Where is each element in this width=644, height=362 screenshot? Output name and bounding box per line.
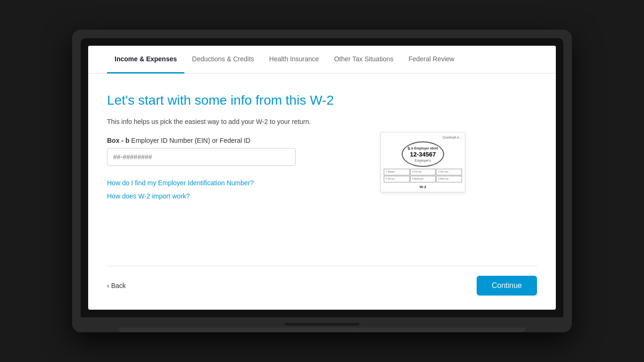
w2-cell-6: 6 Med tax (436, 176, 462, 182)
w2-footer-label: W-2 (384, 185, 462, 189)
w2-grid: 1 Wages 2 Fed tax 3 Soc sec (384, 169, 462, 182)
w2-box-b-label: b b Employer ident (408, 146, 438, 151)
field-label: Box - b Employer ID Number (EIN) or Fede… (107, 137, 352, 144)
import-help-link[interactable]: How does W-2 import work? (107, 192, 352, 200)
tab-income[interactable]: Income & Expenses (107, 46, 184, 74)
ein-help-link[interactable]: How do I find my Employer Identification… (107, 179, 352, 187)
tab-other[interactable]: Other Tax Situations (327, 46, 401, 74)
laptop-outer: Income & Expenses Deductions & Credits H… (72, 30, 572, 332)
w2-card: Controll n... b b Employer ident 12-3456… (380, 132, 465, 192)
w2-cell-5: 5 Medicare (410, 176, 436, 182)
screen-bezel: Income & Expenses Deductions & Credits H… (81, 38, 563, 317)
w2-cell-3: 3 Soc sec (436, 169, 462, 175)
w2-employer-label: Employer's (415, 159, 431, 162)
back-button[interactable]: ‹ Back (107, 282, 126, 289)
app-container: Income & Expenses Deductions & Credits H… (88, 46, 556, 310)
continue-button[interactable]: Continue (477, 276, 537, 296)
form-row: Box - b Employer ID Number (EIN) or Fede… (107, 137, 537, 206)
links-section: How do I find my Employer Identification… (107, 179, 352, 200)
footer-nav: ‹ Back Continue (88, 276, 556, 310)
w2-cell-4: 4 SS tax (384, 176, 410, 182)
laptop-hinge (284, 323, 360, 326)
ein-input[interactable] (107, 148, 296, 166)
laptop-stand (118, 328, 526, 332)
w2-image: Controll n... b b Employer ident 12-3456… (380, 132, 465, 192)
tab-health[interactable]: Health Insurance (262, 46, 327, 74)
main-content: Let's start with some info from this W-2… (88, 74, 556, 252)
page-title: Let's start with some info from this W-2 (107, 92, 537, 108)
laptop-screen: Income & Expenses Deductions & Credits H… (88, 46, 556, 310)
back-chevron-icon: ‹ (107, 282, 109, 289)
w2-control-label: Controll n... (384, 135, 462, 140)
tab-federal[interactable]: Federal Review (401, 46, 462, 74)
divider (107, 266, 537, 266)
w2-box-b-highlight: b b Employer ident 12-34567 Employer's (402, 141, 444, 167)
w2-ein-sample: 12-34567 (410, 151, 436, 158)
laptop-base (81, 317, 563, 328)
nav-tabs: Income & Expenses Deductions & Credits H… (88, 46, 556, 74)
w2-cell-2: 2 Fed tax (410, 169, 436, 175)
divider-container (88, 252, 556, 276)
form-left: Box - b Employer ID Number (EIN) or Fede… (107, 137, 352, 206)
description-text: This info helps us pick the easiest way … (107, 118, 537, 125)
w2-cell-1: 1 Wages (384, 169, 410, 175)
tab-deductions[interactable]: Deductions & Credits (184, 46, 262, 74)
